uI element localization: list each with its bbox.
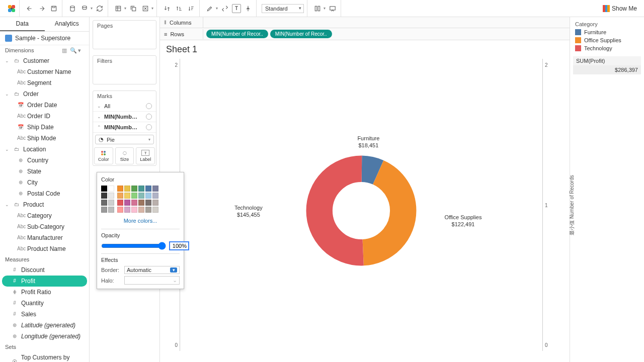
color-swatch[interactable] — [101, 200, 107, 206]
legend-item-tech[interactable]: Technology — [573, 44, 641, 52]
rows-shelf[interactable]: MIN(Number of Recor.. MIN(Number of Reco… — [203, 28, 570, 40]
clear-sheet-icon[interactable] — [140, 4, 150, 14]
color-swatch[interactable] — [117, 186, 123, 192]
show-me-button[interactable]: Show Me — [600, 4, 640, 13]
opacity-input[interactable] — [169, 241, 189, 250]
view-list-icon[interactable]: ▥ — [62, 47, 68, 53]
color-swatch[interactable] — [101, 186, 107, 192]
color-swatch[interactable] — [131, 207, 137, 213]
donut-chart[interactable] — [306, 155, 417, 266]
folder-customer[interactable]: ⌄🗀Customer — [0, 55, 89, 66]
filters-shelf[interactable]: Filters — [93, 56, 156, 66]
marks-color-button[interactable]: Color — [94, 147, 113, 164]
color-swatch[interactable] — [124, 207, 130, 213]
sheet-title[interactable]: Sheet 1 — [160, 40, 570, 59]
duplicate-icon[interactable] — [128, 4, 138, 14]
color-swatch[interactable] — [108, 193, 114, 199]
highlight-icon[interactable] — [205, 4, 215, 14]
field-product-name[interactable]: AbcProduct Name — [0, 243, 89, 254]
color-swatch[interactable] — [117, 207, 123, 213]
color-swatch[interactable] — [131, 200, 137, 206]
search-fields-icon[interactable]: 🔍 — [70, 47, 76, 53]
color-swatch[interactable] — [138, 186, 144, 192]
color-swatch[interactable] — [124, 200, 130, 206]
swap-icon[interactable] — [162, 4, 172, 14]
tab-analytics[interactable]: Analytics — [45, 17, 90, 31]
color-swatch[interactable] — [145, 193, 151, 199]
marks-layer-1[interactable]: ⌄MIN(Numb… — [93, 112, 156, 122]
color-swatch[interactable] — [131, 186, 137, 192]
color-swatch[interactable] — [117, 200, 123, 206]
new-datasource-icon[interactable] — [67, 4, 77, 14]
color-swatch[interactable] — [117, 193, 123, 199]
field-state[interactable]: ⊕State — [0, 166, 89, 177]
field-sales[interactable]: #Sales — [0, 309, 89, 320]
color-swatch[interactable] — [101, 193, 107, 199]
new-worksheet-icon[interactable] — [113, 4, 123, 14]
field-order-id[interactable]: AbcOrder ID — [0, 111, 89, 122]
fields-menu-icon[interactable]: ▾ — [78, 47, 84, 53]
color-swatch[interactable] — [152, 193, 158, 199]
color-swatch[interactable] — [152, 186, 158, 192]
show-cards-icon[interactable] — [312, 4, 323, 14]
field-segment[interactable]: AbcSegment — [0, 77, 89, 88]
field-city[interactable]: ⊕City — [0, 177, 89, 188]
color-swatch[interactable] — [108, 200, 114, 206]
group-icon[interactable] — [220, 4, 230, 14]
field-longitude[interactable]: ⊕Longitude (generated) — [0, 331, 89, 342]
field-latitude[interactable]: ⊕Latitude (generated) — [0, 320, 89, 331]
mark-type-select[interactable]: ◔Pie▾ — [95, 135, 154, 144]
color-swatch[interactable] — [101, 207, 107, 213]
marks-size-button[interactable]: ◌Size — [115, 147, 134, 164]
color-swatch[interactable] — [145, 200, 151, 206]
field-profit-ratio[interactable]: ⋕Profit Ratio — [0, 287, 89, 298]
color-swatch[interactable] — [124, 193, 130, 199]
fit-select[interactable]: Standard — [262, 4, 304, 13]
color-swatch[interactable] — [138, 207, 144, 213]
field-manufacturer[interactable]: AbcManufacturer — [0, 232, 89, 243]
tab-data[interactable]: Data — [0, 17, 45, 31]
presentation-icon[interactable] — [328, 4, 338, 14]
columns-shelf[interactable] — [203, 21, 570, 24]
field-customer-name[interactable]: AbcCustomer Name — [0, 66, 89, 77]
color-swatch[interactable] — [145, 207, 151, 213]
field-ship-date[interactable]: 📅Ship Date — [0, 122, 89, 133]
pin-icon[interactable] — [243, 4, 253, 14]
legend-item-office[interactable]: Office Supplies — [573, 36, 641, 44]
redo-icon[interactable] — [37, 4, 47, 14]
pause-updates-icon[interactable] — [79, 4, 90, 14]
opacity-slider[interactable] — [101, 242, 166, 250]
field-top-customers-set[interactable]: ⦿Top Customers by Profit — [0, 352, 89, 362]
datasource-item[interactable]: Sample - Superstore — [0, 32, 89, 45]
color-swatch[interactable] — [138, 200, 144, 206]
folder-product[interactable]: ⌄🗀Product — [0, 199, 89, 210]
color-swatch[interactable] — [131, 193, 137, 199]
text-label-icon[interactable]: T — [232, 4, 241, 13]
sort-desc-icon[interactable] — [186, 4, 196, 14]
color-swatch[interactable] — [152, 207, 158, 213]
field-ship-mode[interactable]: AbcShip Mode — [0, 133, 89, 144]
marks-layer-2[interactable]: ⌃MIN(Numb… — [93, 122, 156, 133]
color-swatch[interactable] — [108, 186, 114, 192]
color-swatch[interactable] — [124, 186, 130, 192]
field-category[interactable]: AbcCategory — [0, 210, 89, 221]
save-icon[interactable] — [49, 4, 59, 14]
color-swatch[interactable] — [108, 207, 114, 213]
field-country[interactable]: ⊕Country — [0, 155, 89, 166]
color-swatch[interactable] — [138, 193, 144, 199]
slice-technology[interactable] — [319, 168, 404, 252]
pill-min-records-2[interactable]: MIN(Number of Recor.. — [270, 30, 332, 38]
field-discount[interactable]: #Discount — [0, 264, 89, 276]
color-swatch[interactable] — [152, 200, 158, 206]
legend-item-furniture[interactable]: Furniture — [573, 28, 641, 36]
field-profit[interactable]: #Profit — [2, 276, 87, 287]
field-postal[interactable]: ⊕Postal Code — [0, 188, 89, 199]
border-select[interactable]: Automatic▾ — [124, 266, 180, 274]
undo-icon[interactable] — [25, 4, 35, 14]
marks-all[interactable]: ⌄All — [93, 101, 156, 112]
field-quantity[interactable]: #Quantity — [0, 298, 89, 309]
chart-body[interactable]: Furniture$18,451 Office Supplies$122,491… — [180, 59, 542, 362]
pages-shelf[interactable]: Pages — [93, 21, 156, 31]
field-order-date[interactable]: 📅Order Date — [0, 100, 89, 111]
field-subcategory[interactable]: AbcSub-Category — [0, 221, 89, 232]
